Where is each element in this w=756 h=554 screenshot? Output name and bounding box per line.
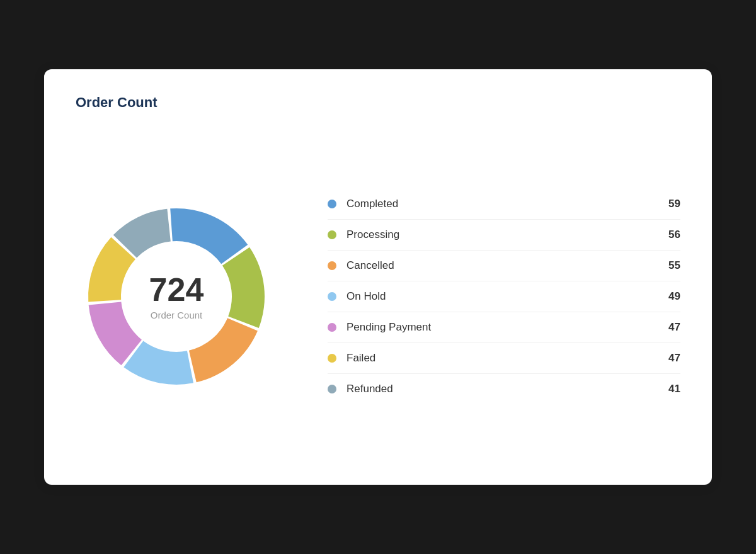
legend-label: Failed xyxy=(346,352,668,365)
legend-label: Processing xyxy=(346,229,668,241)
card-title: Order Count xyxy=(76,94,680,111)
legend-item: On Hold49 xyxy=(328,281,680,312)
legend-label: Cancelled xyxy=(346,259,668,272)
legend-label: Pending Payment xyxy=(346,321,668,334)
donut-chart: 724 Order Count xyxy=(76,196,277,397)
legend-item: Cancelled55 xyxy=(328,251,680,281)
legend-item: Refunded41 xyxy=(328,374,680,404)
legend-dot xyxy=(328,354,336,363)
legend-dot xyxy=(328,292,336,301)
legend-label: Refunded xyxy=(346,383,668,395)
legend-item: Pending Payment47 xyxy=(328,312,680,343)
legend-value: 47 xyxy=(668,321,680,334)
legend-value: 41 xyxy=(668,383,680,395)
legend-value: 55 xyxy=(668,259,680,272)
legend-item: Completed59 xyxy=(328,189,680,220)
legend-dot xyxy=(328,323,336,332)
legend-dot xyxy=(328,261,336,270)
donut-svg xyxy=(76,196,277,397)
legend-value: 47 xyxy=(668,352,680,365)
legend-value: 49 xyxy=(668,290,680,303)
legend-label: On Hold xyxy=(346,290,668,303)
order-count-card: Order Count 724 Order Count Completed59P… xyxy=(44,69,712,485)
legend: Completed59Processing56Cancelled55On Hol… xyxy=(328,189,680,404)
legend-dot xyxy=(328,200,336,208)
legend-item: Processing56 xyxy=(328,220,680,251)
chart-area: 724 Order Count Completed59Processing56C… xyxy=(76,133,680,460)
legend-value: 59 xyxy=(668,198,680,210)
legend-dot xyxy=(328,385,336,393)
legend-label: Completed xyxy=(346,198,668,210)
legend-dot xyxy=(328,230,336,239)
legend-value: 56 xyxy=(668,229,680,241)
legend-item: Failed47 xyxy=(328,343,680,374)
